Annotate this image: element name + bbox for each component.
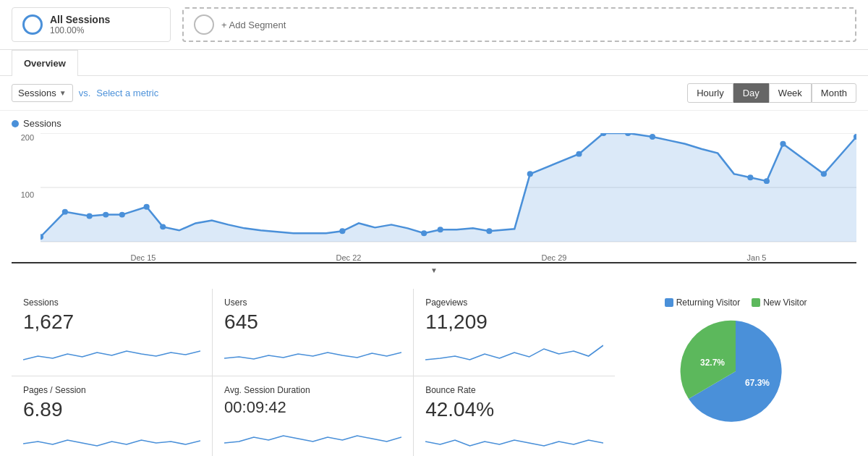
data-point (339, 228, 345, 234)
metric-title-pages-session: Pages / Session (23, 385, 200, 395)
data-point (821, 171, 827, 177)
line-chart-svg (41, 133, 856, 248)
data-point (87, 214, 93, 219)
metric-card-users: Users 645 (213, 289, 414, 376)
metric-card-sessions: Sessions 1,627 (12, 289, 213, 376)
mini-chart-bounce-rate (425, 426, 603, 455)
time-period-buttons: Hourly Day Week Month (687, 83, 856, 103)
metric-title-pageviews: Pageviews (425, 297, 603, 308)
metrics-row-top: Sessions 1,627 Users 645 Pageviews (12, 289, 615, 376)
metric-title-bounce-rate: Bounce Rate (425, 385, 603, 395)
mini-chart-users (224, 338, 401, 367)
data-point (62, 209, 68, 215)
overview-tab-bar: Overview (0, 50, 868, 76)
metric-value-avg-duration: 00:09:42 (224, 398, 401, 417)
top-bar: All Sessions 100.00% + Add Segment (0, 0, 868, 50)
pie-label-new: 32.7% (700, 358, 725, 368)
select-metric-link[interactable]: Select a metric (96, 88, 158, 98)
y-axis-labels: 200 100 (12, 133, 37, 248)
data-point (160, 224, 166, 229)
metric-title-users: Users (224, 297, 401, 308)
segment-circle-icon (22, 14, 43, 35)
all-sessions-segment[interactable]: All Sessions 100.00% (12, 7, 171, 42)
legend-new-label: New Visitor (763, 297, 807, 308)
main-chart[interactable]: 200 100 (12, 133, 856, 263)
metric-card-avg-duration: Avg. Session Duration 00:09:42 (213, 376, 414, 456)
x-label-dec29: Dec 29 (542, 253, 567, 262)
time-btn-day[interactable]: Day (733, 83, 769, 103)
x-label-jan5: Jan 5 (747, 253, 767, 262)
chart-expand-icon[interactable]: ▼ (430, 266, 438, 274)
left-controls: Sessions ▼ vs. Select a metric (12, 84, 158, 102)
metric-card-pageviews: Pageviews 11,209 (414, 289, 615, 376)
segment-info: All Sessions 100.00% (50, 14, 110, 35)
pie-chart-svg: 67.3% 32.7% (671, 313, 801, 429)
legend-returning: Returning Visitor (665, 297, 741, 308)
tab-overview[interactable]: Overview (12, 50, 78, 76)
x-axis-labels: Dec 15 Dec 22 Dec 29 Jan 5 (41, 253, 856, 262)
metric-card-bounce-rate: Bounce Rate 42.04% (414, 376, 615, 456)
x-label-dec22: Dec 22 (336, 253, 362, 262)
segment-percentage: 100.00% (50, 25, 110, 35)
data-point (103, 212, 109, 218)
x-label-dec15: Dec 15 (131, 253, 156, 262)
metric-value-bounce-rate: 42.04% (425, 398, 603, 421)
time-btn-week[interactable]: Week (769, 83, 812, 103)
mini-chart-avg-duration (224, 421, 401, 450)
metrics-section: Sessions 1,627 Users 645 Pageviews (0, 277, 868, 456)
metrics-row-bottom: Pages / Session 6.89 Avg. Session Durati… (12, 376, 615, 456)
pie-label-returning: 67.3% (745, 378, 770, 388)
legend-dot-new-icon (752, 298, 760, 307)
data-point (747, 174, 753, 180)
data-point (144, 204, 150, 210)
data-point (486, 228, 492, 234)
add-segment-button[interactable]: + Add Segment (182, 7, 856, 42)
metric-value-pages-session: 6.89 (23, 398, 200, 421)
time-btn-hourly[interactable]: Hourly (687, 83, 733, 103)
data-point (421, 230, 427, 236)
pie-legend: Returning Visitor New Visitor (665, 297, 807, 308)
mini-chart-pageviews (425, 338, 603, 367)
mini-chart-sessions (23, 338, 200, 367)
vs-label: vs. (79, 88, 91, 98)
metric-select-dropdown[interactable]: Sessions ▼ (12, 84, 73, 102)
data-point (780, 141, 786, 147)
legend-returning-label: Returning Visitor (676, 297, 741, 308)
legend-dot-returning-icon (665, 298, 673, 307)
segment-name: All Sessions (50, 14, 110, 25)
y-label-100: 100 (12, 190, 37, 199)
metric-title-avg-duration: Avg. Session Duration (224, 385, 401, 395)
time-btn-month[interactable]: Month (812, 83, 856, 103)
legend-new: New Visitor (752, 297, 807, 308)
pie-chart-section: Returning Visitor New Visitor 67.3% 32.7… (615, 289, 856, 456)
data-point (764, 178, 770, 184)
add-segment-label: + Add Segment (221, 20, 286, 30)
data-point (527, 171, 533, 177)
controls-row: Sessions ▼ vs. Select a metric Hourly Da… (0, 76, 868, 111)
data-point (119, 212, 125, 218)
chart-series-name: Sessions (23, 118, 61, 129)
dropdown-arrow-icon: ▼ (59, 89, 67, 97)
chart-series-label: Sessions (12, 118, 856, 129)
metric-value-pageviews: 11,209 (425, 311, 603, 334)
data-point (438, 227, 443, 232)
metric-card-pages-session: Pages / Session 6.89 (12, 376, 213, 456)
chart-series-dot-icon (12, 120, 19, 127)
mini-chart-pages-session (23, 426, 200, 455)
data-point (576, 151, 582, 157)
metric-title-sessions: Sessions (23, 297, 200, 308)
metric-value-users: 645 (224, 311, 401, 334)
chart-footer: ▼ (12, 263, 856, 277)
add-segment-circle-icon (194, 14, 214, 35)
metrics-left-panel: Sessions 1,627 Users 645 Pageviews (12, 289, 615, 456)
metric-select-value: Sessions (18, 88, 56, 98)
y-label-200: 200 (12, 133, 37, 142)
chart-svg-container (41, 133, 856, 248)
pie-chart: 67.3% 32.7% (671, 313, 801, 429)
data-point (650, 134, 655, 140)
chart-area: Sessions 200 100 (0, 111, 868, 277)
metric-value-sessions: 1,627 (23, 311, 200, 334)
